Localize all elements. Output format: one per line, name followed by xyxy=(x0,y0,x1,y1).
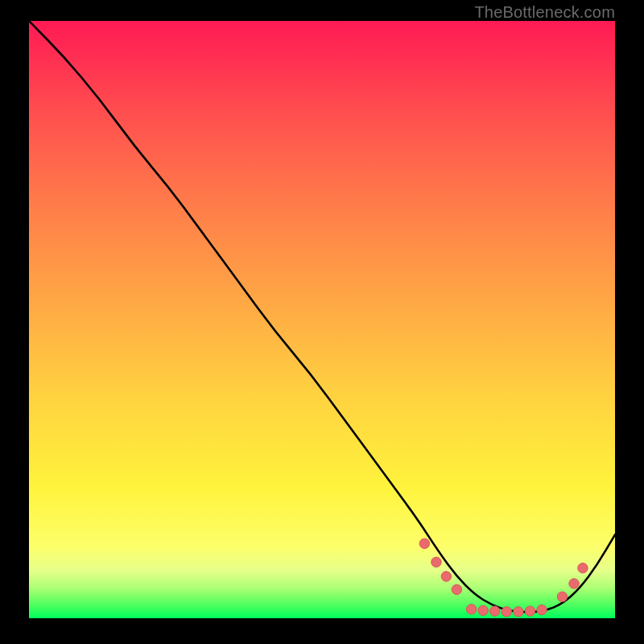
curve-marker xyxy=(502,607,511,617)
curve-markers-group xyxy=(419,539,588,617)
bottleneck-curve xyxy=(29,21,615,612)
curve-marker xyxy=(569,579,579,588)
curve-marker xyxy=(578,563,588,572)
curve-marker xyxy=(525,606,535,616)
curve-marker xyxy=(514,607,523,617)
chart-plot-area xyxy=(29,21,615,618)
chart-overlay-svg xyxy=(29,21,615,618)
curve-marker xyxy=(478,605,488,615)
curve-marker xyxy=(490,606,500,616)
curve-marker xyxy=(441,572,451,581)
curve-marker xyxy=(466,605,476,614)
curve-marker xyxy=(557,592,567,601)
attribution-text: TheBottleneck.com xyxy=(474,3,615,22)
curve-marker xyxy=(452,584,461,594)
curve-marker xyxy=(431,557,441,567)
curve-marker xyxy=(537,605,547,614)
curve-marker xyxy=(419,539,429,548)
